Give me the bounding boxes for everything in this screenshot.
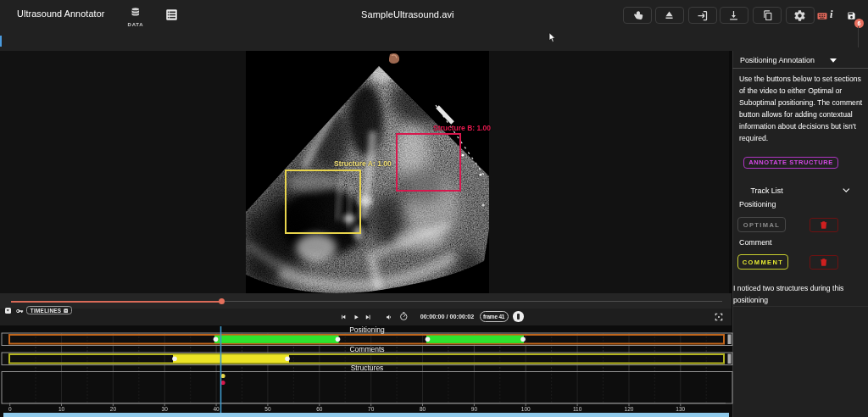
svg-text:40: 40: [213, 406, 220, 412]
svg-text:10: 10: [58, 406, 65, 412]
svg-text:30: 30: [162, 406, 169, 412]
svg-text:120: 120: [625, 406, 634, 412]
svg-text:110: 110: [573, 406, 582, 412]
svg-text:90: 90: [471, 406, 478, 412]
svg-text:50: 50: [264, 406, 271, 412]
svg-text:60: 60: [316, 406, 323, 412]
svg-text:20: 20: [110, 406, 117, 412]
svg-text:100: 100: [521, 406, 531, 412]
svg-text:0: 0: [8, 406, 12, 412]
svg-text:80: 80: [420, 406, 426, 412]
svg-text:70: 70: [368, 406, 375, 412]
svg-text:130: 130: [676, 406, 685, 412]
